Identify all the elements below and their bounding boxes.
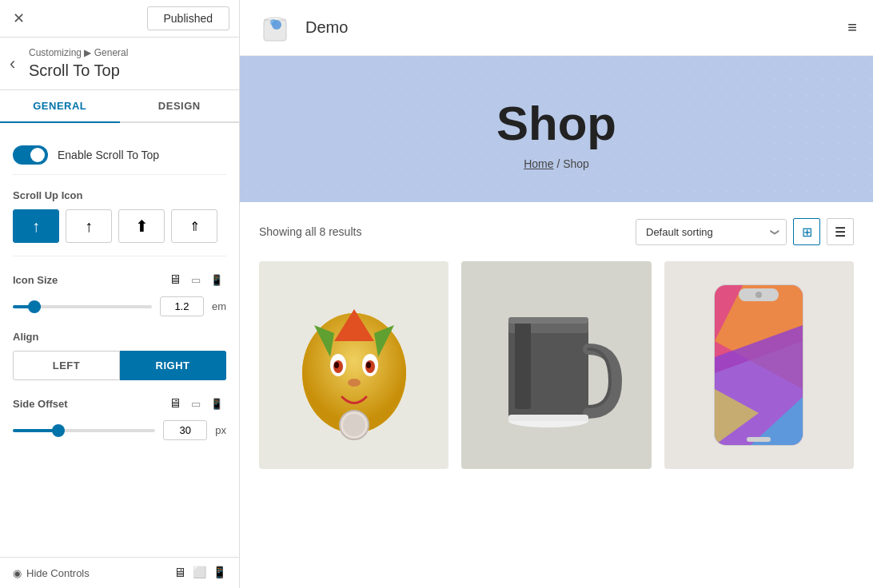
breadcrumb-arrow: ▶ [84, 47, 94, 58]
hide-controls-icon: ◉ [13, 567, 22, 579]
align-right-btn[interactable]: RIGHT [120, 351, 226, 380]
icon-size-row-header: Icon Size 🖥 ▭ 📱 [13, 271, 226, 288]
svg-point-32 [755, 292, 762, 298]
icon-buttons-row: ↑ ↑ ⬆ ⇑ [13, 209, 226, 243]
breadcrumb: Customizing ▶ General [29, 47, 226, 58]
icon-size-unit: em [212, 300, 226, 312]
icon-size-slider[interactable] [13, 305, 152, 308]
side-offset-desktop-icon[interactable]: 🖥 [165, 395, 185, 412]
customizer-panel: ✕ Published ‹ Customizing ▶ General Scro… [0, 0, 240, 588]
shop-toolbar: Showing all 8 results Default sorting So… [259, 218, 854, 245]
site-logo [256, 9, 294, 47]
side-offset-mobile-icon[interactable]: 📱 [207, 396, 226, 411]
breadcrumb-general: General [94, 47, 129, 58]
device-icons-group: 🖥 ⬜ 📱 [173, 566, 226, 580]
icon-btn-3[interactable]: ⬆ [118, 209, 165, 243]
side-offset-unit: px [215, 424, 226, 436]
shop-breadcrumb: Home / Shop [256, 157, 857, 170]
svg-rect-33 [747, 437, 771, 442]
enable-scroll-toggle[interactable] [13, 145, 48, 165]
svg-point-12 [334, 362, 339, 368]
product-card-1[interactable] [259, 261, 448, 469]
breadcrumb-home-link[interactable]: Home [524, 157, 553, 170]
icon-size-input[interactable]: 1.2 [160, 296, 204, 316]
tab-design[interactable]: DESIGN [120, 90, 240, 123]
tabs-container: GENERAL DESIGN [0, 90, 239, 123]
breadcrumb-customizing: Customizing [29, 47, 82, 58]
panel-content: Enable Scroll To Top Scroll Up Icon ↑ ↑ … [0, 123, 239, 557]
preview-panel: Demo ≡ Shop Home / Shop Showing all 8 re… [240, 0, 873, 588]
align-label: Align [13, 331, 226, 343]
toggle-row: Enable Scroll To Top [13, 136, 226, 175]
side-offset-tablet-icon[interactable]: ▭ [188, 396, 204, 411]
svg-point-14 [348, 379, 361, 387]
side-offset-slider[interactable] [13, 429, 155, 432]
site-name: Demo [305, 18, 348, 37]
bottom-bar: ◉ Hide Controls 🖥 ⬜ 📱 [0, 557, 239, 588]
icon-size-slider-row: 1.2 em [13, 296, 226, 316]
product-card-3[interactable] [664, 261, 854, 469]
icon-btn-4[interactable]: ⇑ [171, 209, 217, 243]
svg-point-13 [366, 362, 371, 368]
grid-view-btn[interactable]: ⊞ [793, 218, 820, 245]
mobile-resp-icon[interactable]: 📱 [207, 272, 226, 288]
svg-point-16 [343, 414, 365, 436]
svg-rect-22 [508, 415, 588, 421]
svg-rect-19 [515, 321, 531, 409]
panel-title: Scroll To Top [29, 62, 226, 80]
align-buttons: LEFT RIGHT [13, 351, 226, 380]
breadcrumb-sep: / [556, 157, 563, 170]
tab-general[interactable]: GENERAL [0, 90, 120, 123]
sort-wrapper: Default sorting Sort by popularity Sort … [636, 219, 787, 245]
top-bar: ✕ Published [0, 0, 239, 38]
shop-hero: Shop Home / Shop [240, 56, 873, 202]
align-left-btn[interactable]: LEFT [13, 351, 120, 380]
tablet-resp-icon[interactable]: ▭ [188, 272, 204, 288]
product-grid [259, 261, 854, 469]
side-offset-label: Side Offset [13, 398, 68, 410]
header-menu-icon[interactable]: ≡ [847, 18, 857, 37]
hide-controls-label: Hide Controls [26, 567, 90, 579]
back-button[interactable]: ‹ [10, 54, 15, 74]
side-offset-row-header: Side Offset 🖥 ▭ 📱 [13, 395, 226, 412]
results-count: Showing all 8 results [259, 225, 361, 238]
icon-btn-1[interactable]: ↑ [13, 209, 59, 243]
icon-size-label: Icon Size [13, 274, 58, 286]
desktop-device-icon[interactable]: 🖥 [173, 566, 186, 580]
side-offset-input[interactable]: 30 [163, 420, 207, 440]
list-view-btn[interactable]: ☰ [827, 218, 854, 245]
responsive-icons: 🖥 ▭ 📱 [165, 271, 226, 288]
panel-header: ‹ Customizing ▶ General Scroll To Top [0, 38, 239, 90]
side-offset-responsive-icons: 🖥 ▭ 📱 [165, 395, 226, 412]
sort-select[interactable]: Default sorting Sort by popularity Sort … [636, 219, 787, 245]
close-button[interactable]: ✕ [10, 6, 28, 30]
desktop-resp-icon[interactable]: 🖥 [165, 271, 185, 288]
toggle-label: Enable Scroll To Top [58, 149, 159, 161]
shop-title: Shop [256, 96, 857, 151]
side-offset-slider-row: 30 px [13, 420, 226, 440]
tablet-device-icon[interactable]: ⬜ [193, 566, 206, 580]
shop-content: Showing all 8 results Default sorting So… [240, 202, 873, 588]
breadcrumb-shop: Shop [563, 157, 589, 170]
published-button[interactable]: Published [147, 6, 230, 30]
svg-rect-20 [508, 317, 588, 324]
mobile-device-icon[interactable]: 📱 [213, 566, 226, 580]
hide-controls-button[interactable]: ◉ Hide Controls [13, 567, 90, 579]
toolbar-right: Default sorting Sort by popularity Sort … [636, 218, 854, 245]
product-card-2[interactable] [461, 261, 651, 469]
scroll-up-icon-label: Scroll Up Icon [13, 189, 226, 201]
svg-point-2 [270, 19, 277, 26]
icon-btn-2[interactable]: ↑ [66, 209, 112, 243]
site-header: Demo ≡ [240, 0, 873, 56]
